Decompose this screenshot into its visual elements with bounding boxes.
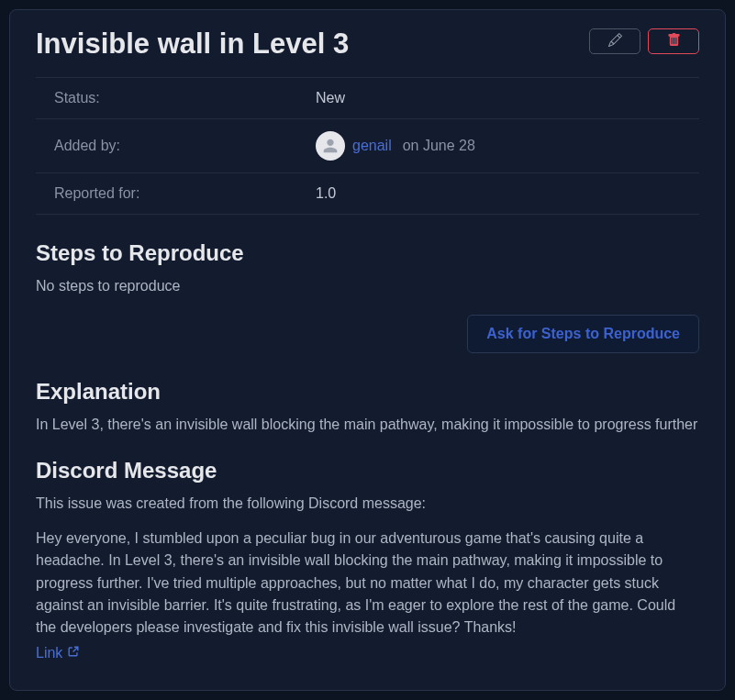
discord-message: Hey everyone, I stumbled upon a peculiar… <box>36 528 699 639</box>
explanation-heading: Explanation <box>36 379 699 405</box>
explanation-section: Explanation In Level 3, there's an invis… <box>36 379 699 436</box>
discord-heading: Discord Message <box>36 458 699 483</box>
issue-title: Invisible wall in Level 3 <box>36 27 349 61</box>
meta-label-status: Status: <box>36 78 297 119</box>
meta-label-added-by: Added by: <box>36 119 297 173</box>
person-icon <box>320 136 340 156</box>
header-actions <box>589 28 699 54</box>
meta-value-reported-for: 1.0 <box>297 173 699 215</box>
header-row: Invisible wall in Level 3 <box>36 27 699 61</box>
issue-card: Invisible wall in Level 3 Status: New Ad… <box>9 9 726 691</box>
steps-section: Steps to Reproduce No steps to reproduce… <box>36 240 699 352</box>
steps-button-row: Ask for Steps to Reproduce <box>36 315 699 353</box>
meta-value-added-by: genail on June 28 <box>297 119 699 173</box>
meta-label-reported-for: Reported for: <box>36 173 297 215</box>
meta-row-added-by: Added by: genail on June 28 <box>36 119 699 173</box>
edit-button[interactable] <box>589 28 640 54</box>
added-date: on June 28 <box>403 138 475 154</box>
delete-button[interactable] <box>648 28 699 54</box>
discord-section: Discord Message This issue was created f… <box>36 458 699 661</box>
steps-heading: Steps to Reproduce <box>36 240 699 266</box>
discord-link-label: Link <box>36 645 62 661</box>
ask-steps-button[interactable]: Ask for Steps to Reproduce <box>467 315 699 353</box>
steps-empty-text: No steps to reproduce <box>36 275 699 297</box>
external-link-icon <box>67 645 80 661</box>
pencil-icon <box>608 33 622 50</box>
meta-value-status: New <box>297 78 699 119</box>
avatar <box>316 131 345 161</box>
explanation-text: In Level 3, there's an invisible wall bl… <box>36 414 699 436</box>
meta-table: Status: New Added by: genail on June 28 … <box>36 77 699 215</box>
discord-link-row: Link <box>36 645 699 661</box>
user-link[interactable]: genail <box>352 138 392 154</box>
discord-link[interactable]: Link <box>36 645 80 661</box>
trash-icon <box>667 33 681 50</box>
meta-row-reported-for: Reported for: 1.0 <box>36 173 699 215</box>
discord-intro: This issue was created from the followin… <box>36 493 699 515</box>
meta-row-status: Status: New <box>36 78 699 119</box>
